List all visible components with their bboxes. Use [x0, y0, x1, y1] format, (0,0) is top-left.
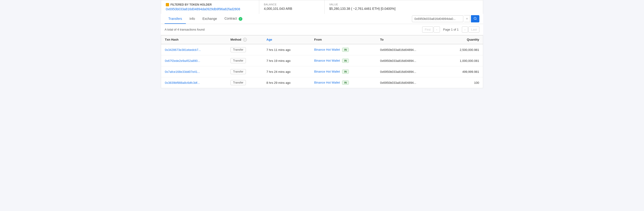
cell-method-1: Transfer [227, 55, 263, 66]
col-quantity: Quantity [442, 36, 483, 44]
pagination: First ‹ Page 1 of 1 › Last [422, 26, 480, 33]
tab-exchange[interactable]: Exchange [199, 14, 221, 24]
balance-value: 4,000,101.043 ARB [264, 7, 320, 10]
tab-contract[interactable]: Contract ✓ [221, 14, 246, 24]
cell-to-0: 0x6950b033a816d04894... [376, 44, 442, 55]
cell-to-3: 0x6950b033a816d04894... [376, 77, 442, 88]
search-button[interactable] [471, 15, 480, 22]
last-page-button[interactable]: Last [468, 26, 480, 33]
col-to: To [376, 36, 442, 44]
txn-count-bar: A total of 4 transactions found First ‹ … [161, 24, 483, 35]
txn-hash-link-2[interactable]: 0x7afce168e33dd07e41... [165, 70, 200, 74]
prev-page-button[interactable]: ‹ [434, 26, 440, 33]
direction-badge-3: IN [342, 80, 349, 85]
table-row: 0x67f2ede2e9a452a890... Transfer 7 hrs 1… [161, 55, 483, 66]
cell-age-1: 7 hrs 19 mins ago [263, 55, 310, 66]
search-input[interactable] [412, 16, 463, 22]
cell-method-3: Transfer [227, 77, 263, 88]
tab-search-area: × [412, 15, 480, 22]
col-txn-hash: Txn Hash [161, 36, 227, 44]
cell-quantity-3: 100 [442, 77, 483, 88]
filter-label-text: FILTERED BY TOKEN HOLDER [170, 3, 212, 6]
col-age[interactable]: Age [263, 36, 310, 44]
token-address-link[interactable]: 0x6950b033a816d04894da0929db9f96a82fad28… [166, 7, 240, 11]
from-link-0[interactable]: Binance Hot Wallet [314, 48, 340, 51]
first-page-button[interactable]: First [422, 26, 433, 33]
cell-from-1: Binance Hot Wallet IN [310, 55, 376, 66]
from-link-2[interactable]: Binance Hot Wallet [314, 70, 340, 73]
svg-line-1 [476, 19, 476, 20]
txn-hash-link-1[interactable]: 0x67f2ede2e9a452a890... [165, 59, 200, 62]
txn-hash-link-3[interactable]: 0x3839bf988a8c6dfc3df... [165, 81, 200, 84]
cell-txn-hash-2: 0x7afce168e33dd07e41... [161, 66, 227, 77]
token-icon [166, 3, 169, 6]
contract-verified-icon: ✓ [239, 17, 242, 21]
transactions-table: Txn Hash Method i Age From To [161, 36, 483, 88]
txn-hash-link-0[interactable]: 0x3428673e381ebedcb7... [165, 48, 201, 52]
direction-badge-1: IN [342, 58, 349, 63]
value-label: VALUE [329, 3, 478, 6]
cell-quantity-0: 2,500,000.981 [442, 44, 483, 55]
value-section: VALUE $5,280,133.38 ( ~2,761.4461 ETH) [… [324, 0, 483, 14]
next-page-button[interactable]: › [462, 26, 468, 33]
cell-age-3: 8 hrs 29 mins ago [263, 77, 310, 88]
table-row: 0x3839bf988a8c6dfc3df... Transfer 8 hrs … [161, 77, 483, 88]
table-header-row: Txn Hash Method i Age From To [161, 36, 483, 44]
method-badge-2: Transfer [230, 69, 246, 74]
token-filter-section: FILTERED BY TOKEN HOLDER 0x6950b033a816d… [161, 0, 259, 14]
method-badge-0: Transfer [230, 47, 246, 52]
filter-label: FILTERED BY TOKEN HOLDER [166, 3, 254, 6]
cell-txn-hash-1: 0x67f2ede2e9a452a890... [161, 55, 227, 66]
cell-to-1: 0x6950b033a816d04894... [376, 55, 442, 66]
txn-count-text: A total of 4 transactions found [164, 28, 204, 31]
cell-method-0: Transfer [227, 44, 263, 55]
table-row: 0x3428673e381ebedcb7... Transfer 7 hrs 1… [161, 44, 483, 55]
value-text: $5,280,133.38 ( ~2,761.4461 ETH) [0.0400… [329, 7, 478, 10]
cell-from-3: Binance Hot Wallet IN [310, 77, 376, 88]
direction-badge-0: IN [342, 48, 349, 52]
cell-quantity-2: 499,999.981 [442, 66, 483, 77]
info-bar: FILTERED BY TOKEN HOLDER 0x6950b033a816d… [161, 0, 483, 14]
transactions-table-wrapper: Txn Hash Method i Age From To [161, 35, 483, 88]
cell-from-2: Binance Hot Wallet IN [310, 66, 376, 77]
cell-from-0: Binance Hot Wallet IN [310, 44, 376, 55]
cell-method-2: Transfer [227, 66, 263, 77]
cell-txn-hash-3: 0x3839bf988a8c6dfc3df... [161, 77, 227, 88]
cell-to-2: 0x6950b033a816d04894... [376, 66, 442, 77]
tab-transfers[interactable]: Transfers [164, 14, 186, 24]
balance-section: BALANCE 4,000,101.043 ARB [259, 0, 324, 14]
cell-txn-hash-0: 0x3428673e381ebedcb7... [161, 44, 227, 55]
col-method: Method i [227, 36, 263, 44]
from-link-3[interactable]: Binance Hot Wallet [314, 81, 340, 84]
page-info: Page 1 of 1 [440, 26, 462, 32]
cell-age-2: 7 hrs 24 mins ago [263, 66, 310, 77]
tab-bar: Transfers Info Exchange Contract ✓ × [161, 14, 483, 24]
table-row: 0x7afce168e33dd07e41... Transfer 7 hrs 2… [161, 66, 483, 77]
tab-info[interactable]: Info [186, 14, 199, 24]
method-badge-1: Transfer [230, 58, 246, 63]
method-info-icon[interactable]: i [243, 38, 247, 42]
method-badge-3: Transfer [230, 80, 246, 85]
balance-label: BALANCE [264, 3, 320, 6]
col-from: From [310, 36, 376, 44]
search-clear-button[interactable]: × [464, 15, 470, 22]
page-wrapper: FILTERED BY TOKEN HOLDER 0x6950b033a816d… [161, 0, 483, 88]
from-link-1[interactable]: Binance Hot Wallet [314, 59, 340, 62]
svg-point-0 [474, 17, 476, 19]
cell-age-0: 7 hrs 11 mins ago [263, 44, 310, 55]
direction-badge-2: IN [342, 70, 349, 74]
cell-quantity-1: 1,000,000.081 [442, 55, 483, 66]
